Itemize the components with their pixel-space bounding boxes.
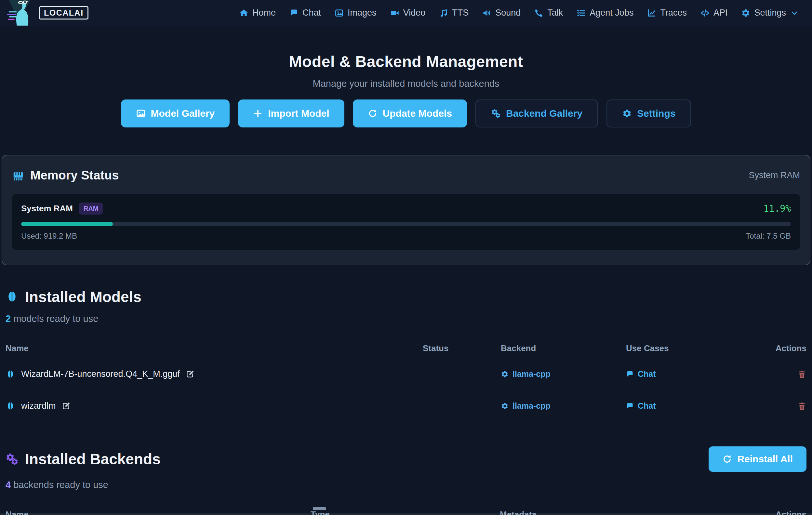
nav-item-video[interactable]: Video (390, 8, 426, 18)
clipped-row-badge (313, 507, 326, 510)
nav-item-label: Talk (547, 8, 563, 18)
backend-name: llama-cpp (513, 369, 551, 379)
memory-chip-icon (12, 170, 24, 182)
system-ram-panel: System RAM RAM 11.9% Used: 919.2 MB Tota… (12, 194, 800, 250)
backend-name: llama-cpp (513, 401, 551, 411)
column-header-status: Status (423, 343, 501, 354)
refresh-icon (368, 109, 378, 118)
code-icon (700, 8, 709, 18)
installed-backends-section: Installed Backends Reinstall All 4 backe… (0, 446, 812, 515)
backends-count-text: backends ready to use (13, 480, 108, 490)
edit-icon (62, 401, 70, 410)
backend-gallery-button[interactable]: Backend Gallery (475, 99, 598, 127)
nav-item-traces[interactable]: Traces (647, 8, 687, 18)
gear-icon (741, 8, 750, 18)
memory-card-header: Memory Status System RAM (12, 169, 800, 182)
column-header-actions: Actions (776, 343, 807, 354)
chat-icon (289, 8, 298, 18)
top-navigation: LOCALAI Home Chat Images Video TTS Sound (0, 0, 812, 26)
chat-icon (626, 402, 634, 410)
nav-menu: Home Chat Images Video TTS Sound Talk A (239, 8, 798, 18)
hero-section: Model & Backend Management Manage your i… (0, 26, 812, 127)
ram-percent-value: 11.9% (763, 203, 791, 214)
nav-item-label: TTS (452, 8, 469, 18)
gears-icon (5, 453, 19, 465)
import-model-label: Import Model (268, 108, 329, 119)
model-row: WizardLM-7B-uncensored.Q4_K_M.gguf llama… (5, 358, 807, 390)
settings-button[interactable]: Settings (607, 99, 691, 127)
clipped-row-divider (0, 513, 812, 515)
gear-icon (501, 402, 509, 410)
delete-model-button[interactable] (798, 370, 807, 379)
phone-icon (534, 8, 543, 18)
reinstall-all-button[interactable]: Reinstall All (708, 446, 807, 472)
nav-item-label: Sound (495, 8, 521, 18)
models-count: 2 (5, 313, 11, 324)
delete-model-button[interactable] (798, 401, 807, 411)
update-models-button[interactable]: Update Models (353, 99, 467, 127)
nav-item-settings[interactable]: Settings (741, 8, 798, 18)
memory-title-label: Memory Status (30, 169, 119, 182)
backend-cell: llama-cpp (501, 401, 626, 411)
use-case-cell: Chat (626, 369, 748, 379)
import-model-button[interactable]: Import Model (238, 99, 344, 127)
nav-item-label: Video (403, 8, 426, 18)
nav-item-api[interactable]: API (700, 8, 728, 18)
memory-header-right-label: System RAM (749, 170, 800, 180)
model-gallery-label: Model Gallery (151, 108, 215, 119)
models-count-line: 2 models ready to use (5, 313, 807, 324)
model-name: WizardLM-7B-uncensored.Q4_K_M.gguf (21, 369, 180, 379)
nav-item-chat[interactable]: Chat (289, 8, 321, 18)
edit-model-button[interactable] (62, 401, 70, 410)
use-case-label: Chat (638, 401, 656, 411)
nav-item-talk[interactable]: Talk (534, 8, 563, 18)
chevron-down-icon (790, 9, 798, 17)
page-subtitle: Manage your installed models and backend… (0, 78, 812, 89)
nav-item-label: Images (348, 8, 377, 18)
update-models-label: Update Models (383, 108, 452, 119)
nav-item-tts[interactable]: TTS (439, 8, 469, 18)
nav-item-sound[interactable]: Sound (482, 8, 521, 18)
nav-item-label: Agent Jobs (589, 8, 634, 18)
trash-icon (798, 401, 807, 411)
use-case-label: Chat (638, 369, 656, 379)
use-case-cell: Chat (626, 401, 748, 411)
edit-model-button[interactable] (186, 370, 195, 378)
model-name: wizardlm (21, 401, 56, 411)
ram-used-label: Used: 919.2 MB (21, 232, 77, 241)
gallery-icon (136, 109, 146, 118)
column-header-backend: Backend (501, 343, 626, 354)
nav-item-home[interactable]: Home (239, 8, 276, 18)
home-icon (239, 8, 249, 18)
edit-icon (186, 370, 195, 378)
gears-icon (491, 109, 501, 118)
video-icon (390, 8, 399, 18)
ram-badge: RAM (79, 203, 104, 215)
chat-icon (626, 370, 634, 378)
images-icon (335, 8, 344, 18)
column-header-use-cases: Use Cases (626, 343, 748, 354)
line-chart-icon (647, 8, 656, 18)
ram-progress-fill (21, 222, 113, 226)
backend-gallery-label: Backend Gallery (506, 108, 582, 119)
task-list-icon (577, 8, 586, 18)
models-count-text: models ready to use (13, 313, 98, 324)
brain-icon (5, 290, 19, 303)
localai-llama-logo-icon (5, 0, 34, 27)
installed-backends-label: Installed Backends (25, 450, 161, 468)
ram-label: System RAM (21, 204, 73, 214)
gear-icon (622, 109, 632, 118)
column-header-name: Name (5, 343, 423, 354)
installed-models-section: Installed Models 2 models ready to use N… (0, 288, 812, 422)
speaker-icon (482, 8, 491, 18)
brand[interactable]: LOCALAI (5, 0, 88, 27)
nav-item-label: Chat (302, 8, 321, 18)
models-table: Name Status Backend Use Cases Actions Wi… (5, 338, 807, 422)
nav-item-images[interactable]: Images (335, 8, 377, 18)
brand-name: LOCALAI (39, 6, 88, 20)
ram-progress-bar (21, 222, 791, 226)
model-gallery-button[interactable]: Model Gallery (121, 99, 230, 127)
nav-item-agent-jobs[interactable]: Agent Jobs (577, 8, 634, 18)
trash-icon (798, 370, 807, 379)
backend-cell: llama-cpp (501, 369, 626, 379)
